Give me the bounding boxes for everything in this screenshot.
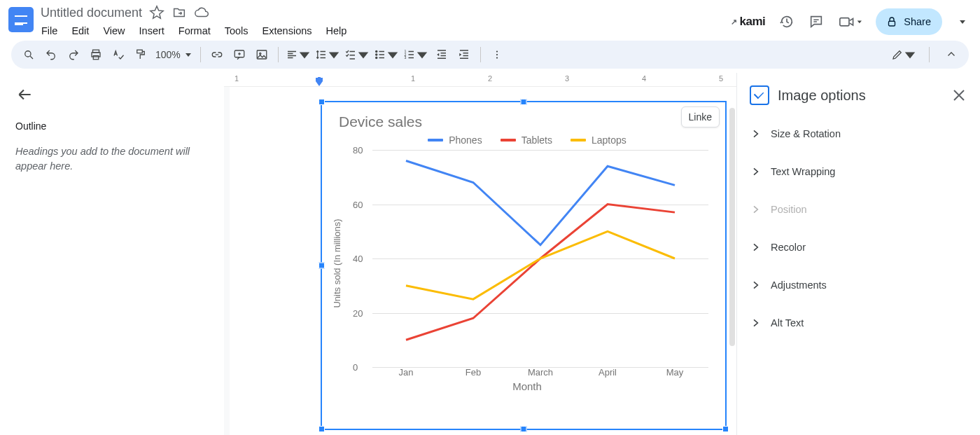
undo-icon[interactable] xyxy=(41,44,62,65)
svg-rect-19 xyxy=(318,77,321,79)
chart-legend: PhonesTabletsLaptops xyxy=(335,134,720,146)
svg-point-12 xyxy=(375,57,377,58)
scrollbar[interactable] xyxy=(729,108,735,346)
menu-format[interactable]: Format xyxy=(178,24,211,38)
y-axis-label: Units sold (In millions) xyxy=(332,219,342,308)
menu-file[interactable]: File xyxy=(41,24,58,38)
sidebar-section-alt-text[interactable]: Alt Text xyxy=(737,304,980,342)
checklist-menu[interactable] xyxy=(343,44,371,65)
zoom-select[interactable]: 100% xyxy=(153,49,195,60)
sidebar-section-recolor[interactable]: Recolor xyxy=(737,228,980,266)
back-arrow-icon[interactable] xyxy=(15,85,35,105)
document-canvas[interactable]: 1 1 2 3 4 5 Linke Device sales PhonesT xyxy=(224,73,736,435)
svg-rect-1 xyxy=(889,21,895,26)
separator xyxy=(278,47,279,62)
outline-panel: Outline Headings you add to the document… xyxy=(0,73,224,435)
star-icon[interactable] xyxy=(149,5,164,20)
bullet-list-menu[interactable] xyxy=(372,44,400,65)
x-axis-label: Month xyxy=(335,380,720,392)
menu-help[interactable]: Help xyxy=(326,24,348,38)
separator xyxy=(480,47,481,62)
lock-icon xyxy=(886,15,898,28)
x-axis-ticks: JanFebMarchAprilMay xyxy=(372,367,708,378)
docs-logo[interactable] xyxy=(8,7,34,32)
legend-item: Laptops xyxy=(570,134,626,146)
collapse-toolbar-icon[interactable] xyxy=(941,44,962,65)
share-dropdown[interactable] xyxy=(956,8,969,35)
more-icon[interactable] xyxy=(486,44,507,65)
meet-button[interactable] xyxy=(838,14,862,29)
outline-placeholder: Headings you add to the document will ap… xyxy=(15,144,209,174)
svg-point-9 xyxy=(259,53,260,54)
ruler[interactable]: 1 1 2 3 4 5 xyxy=(224,73,736,87)
ruler-tick: 1 xyxy=(411,74,415,83)
share-button[interactable]: Share xyxy=(876,8,942,35)
share-label: Share xyxy=(904,16,931,27)
page[interactable]: Linke Device sales PhonesTabletsLaptops … xyxy=(230,87,736,435)
menu-view[interactable]: View xyxy=(102,24,125,38)
print-icon[interactable] xyxy=(85,44,106,65)
spellcheck-icon[interactable] xyxy=(108,44,129,65)
legend-item: Tablets xyxy=(500,134,552,146)
search-icon[interactable] xyxy=(18,44,39,65)
ruler-tick: 5 xyxy=(719,74,723,83)
move-icon[interactable] xyxy=(172,5,187,20)
redo-icon[interactable] xyxy=(63,44,84,65)
chart-title: Device sales xyxy=(339,113,720,130)
menu-edit[interactable]: Edit xyxy=(71,24,90,38)
kami-label: kami xyxy=(740,15,766,29)
svg-point-11 xyxy=(375,54,377,55)
ruler-tick: 2 xyxy=(488,74,492,83)
svg-point-18 xyxy=(496,57,498,58)
sidebar-section-text-wrapping[interactable]: Text Wrapping xyxy=(737,153,980,191)
insert-link-icon[interactable] xyxy=(206,44,227,65)
svg-point-2 xyxy=(25,51,31,57)
menu-extensions[interactable]: Extensions xyxy=(262,24,313,38)
menu-tools[interactable]: Tools xyxy=(224,24,249,38)
line-spacing-menu[interactable] xyxy=(314,44,342,65)
legend-item: Phones xyxy=(428,134,482,146)
add-comment-icon[interactable] xyxy=(229,44,250,65)
comments-icon[interactable] xyxy=(808,14,824,29)
sidebar-section-size-rotation[interactable]: Size & Rotation xyxy=(737,115,980,153)
svg-text:3: 3 xyxy=(404,55,406,60)
kami-extension-button[interactable]: ↗kami xyxy=(731,15,765,29)
separator xyxy=(929,47,930,62)
sidebar-section-position: Position xyxy=(737,191,980,228)
svg-point-16 xyxy=(496,50,498,52)
history-icon[interactable] xyxy=(779,14,794,29)
number-list-menu[interactable]: 123 xyxy=(402,44,430,65)
sidebar-section-adjustments[interactable]: Adjustments xyxy=(737,266,980,304)
outdent-icon[interactable] xyxy=(431,44,452,65)
svg-rect-0 xyxy=(840,18,849,25)
align-menu[interactable] xyxy=(284,44,312,65)
ruler-tick: 1 xyxy=(234,74,239,83)
svg-point-10 xyxy=(375,50,377,52)
close-icon[interactable] xyxy=(951,87,967,104)
svg-rect-5 xyxy=(93,56,99,60)
paint-format-icon[interactable] xyxy=(130,44,151,65)
zoom-value: 100% xyxy=(155,49,181,60)
toolbar: 100% 123 xyxy=(11,41,969,69)
selected-image[interactable]: Linke Device sales PhonesTabletsLaptops … xyxy=(321,101,727,430)
ruler-tick: 4 xyxy=(642,74,646,83)
separator xyxy=(200,47,201,62)
editing-mode-button[interactable] xyxy=(890,44,918,65)
indent-icon[interactable] xyxy=(454,44,475,65)
svg-rect-6 xyxy=(137,50,143,53)
image-options-icon xyxy=(750,85,769,105)
cloud-status-icon[interactable] xyxy=(194,5,209,20)
insert-image-icon[interactable] xyxy=(251,44,272,65)
menu-insert[interactable]: Insert xyxy=(139,24,165,38)
external-link-icon: ↗ xyxy=(731,18,737,27)
chart: Device sales PhonesTabletsLaptops Units … xyxy=(322,102,725,429)
sidebar-title: Image options xyxy=(778,88,951,104)
chart-plot: 020406080 xyxy=(372,150,720,367)
svg-rect-8 xyxy=(257,50,267,59)
ruler-tick: 3 xyxy=(565,74,569,83)
doc-title[interactable]: Untitled document xyxy=(41,6,142,20)
menu-bar: File Edit View Insert Format Tools Exten… xyxy=(41,24,731,38)
svg-point-17 xyxy=(496,54,498,55)
image-options-sidebar: Image options Size & RotationText Wrappi… xyxy=(736,73,980,435)
outline-title: Outline xyxy=(15,120,209,132)
